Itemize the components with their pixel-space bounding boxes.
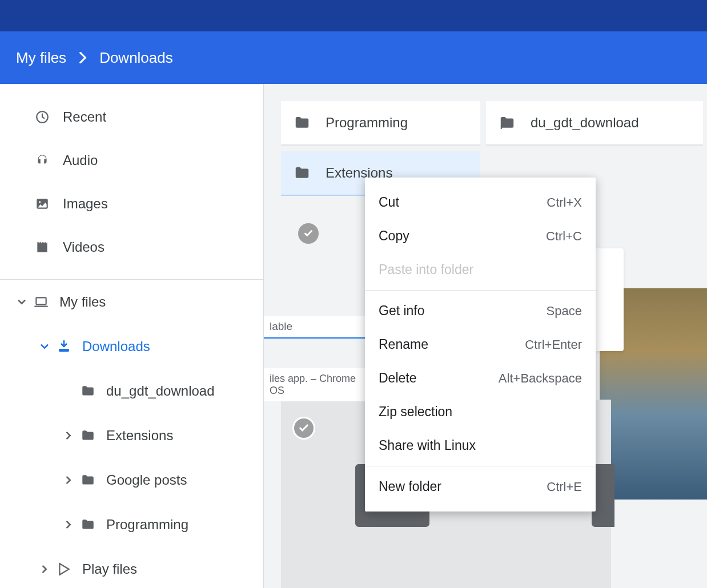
- chevron-down-icon[interactable]: [33, 342, 56, 351]
- tree-item-label: Programming: [106, 517, 188, 533]
- menu-item-share-with-linux[interactable]: Share with Linux: [365, 429, 596, 462]
- menu-item-label: New folder: [379, 479, 441, 494]
- sidebar-item-images[interactable]: Images: [0, 182, 263, 225]
- menu-item-copy[interactable]: Copy Ctrl+C: [365, 219, 596, 253]
- partial-text: lable: [264, 316, 367, 339]
- folder-tile-label: Programming: [326, 115, 408, 131]
- folder-tile-label: du_gdt_download: [531, 115, 639, 131]
- breadcrumb-current[interactable]: Downloads: [99, 49, 173, 67]
- menu-item-cut[interactable]: Cut Ctrl+X: [365, 186, 596, 219]
- menu-item-get-info[interactable]: Get info Space: [365, 294, 596, 328]
- images-icon: [34, 196, 50, 212]
- laptop-icon: [33, 294, 49, 310]
- tree-item-extensions[interactable]: Extensions: [0, 413, 263, 458]
- menu-item-new-folder[interactable]: New folder Ctrl+E: [365, 470, 596, 504]
- menu-item-label: Cut: [379, 195, 399, 210]
- sidebar-item-videos[interactable]: Videos: [0, 225, 263, 269]
- tree-item-label: Extensions: [106, 428, 173, 444]
- window-titlebar: [0, 0, 707, 31]
- menu-item-label: Copy: [379, 228, 409, 244]
- tree-item-label: Downloads: [82, 339, 150, 355]
- svg-rect-3: [36, 297, 46, 304]
- chevron-right-icon[interactable]: [57, 476, 80, 485]
- tree-item-google-posts[interactable]: Google posts: [0, 458, 263, 502]
- sidebar-item-label: Audio: [63, 152, 98, 168]
- overlay-panel: [594, 248, 624, 351]
- menu-item-shortcut: Alt+Backspace: [499, 371, 582, 386]
- tree-item-my-files[interactable]: My files: [0, 280, 263, 324]
- tree-item-label: du_gdt_download: [106, 383, 215, 399]
- folder-icon: [80, 428, 96, 444]
- folder-icon: [294, 114, 311, 131]
- tree-item-label: Play files: [82, 561, 137, 577]
- folder-icon: [499, 114, 516, 131]
- content-area: ≡ Programming du_gd: [264, 84, 707, 588]
- folder-icon: [80, 517, 96, 533]
- tree-item-play-files[interactable]: Play files: [0, 547, 263, 588]
- sidebar-item-recent[interactable]: Recent: [0, 95, 263, 139]
- menu-item-label: Paste into folder: [379, 262, 473, 277]
- download-icon: [56, 339, 72, 355]
- tree-item-label: Google posts: [106, 472, 187, 488]
- chevron-down-icon[interactable]: [10, 297, 33, 307]
- menu-item-label: Delete: [379, 370, 416, 386]
- sidebar-item-label: Recent: [63, 109, 106, 125]
- menu-item-delete[interactable]: Delete Alt+Backspace: [365, 361, 596, 395]
- partial-text: iles app. – Chrome OS: [264, 368, 367, 401]
- menu-item-shortcut: Ctrl+X: [547, 195, 582, 210]
- tree-item-downloads[interactable]: Downloads: [0, 324, 263, 369]
- tree-item-label: My files: [59, 294, 106, 310]
- audio-icon: [34, 152, 50, 168]
- sidebar-item-audio[interactable]: Audio: [0, 139, 263, 182]
- sidebar: Recent Audio Images Videos: [0, 84, 264, 588]
- menu-separator: [365, 466, 596, 466]
- menu-separator: [365, 290, 596, 291]
- folder-tile-programming[interactable]: Programming: [281, 101, 480, 146]
- clock-icon: [34, 109, 50, 125]
- folder-icon: [294, 164, 311, 182]
- menu-item-shortcut: Ctrl+C: [546, 229, 582, 244]
- folder-tile-du-gdt-download[interactable]: du_gdt_download: [486, 101, 703, 146]
- tree-item-du-gdt-download[interactable]: du_gdt_download: [0, 369, 263, 413]
- menu-item-shortcut: Space: [547, 304, 582, 319]
- menu-item-label: Share with Linux: [379, 438, 476, 453]
- folder-icon: [80, 383, 96, 399]
- play-store-icon: [56, 561, 72, 577]
- menu-item-label: Get info: [379, 303, 425, 319]
- menu-item-label: Rename: [379, 337, 428, 352]
- svg-point-2: [39, 201, 41, 203]
- menu-item-zip-selection[interactable]: Zip selection: [365, 395, 596, 429]
- chevron-right-icon: [79, 52, 87, 63]
- checkmark-badge-icon: [298, 223, 319, 244]
- breadcrumb: My files Downloads: [0, 31, 707, 84]
- menu-item-shortcut: Ctrl+Enter: [525, 337, 582, 352]
- menu-item-shortcut: Ctrl+E: [547, 480, 582, 494]
- sidebar-item-label: Videos: [63, 239, 105, 255]
- menu-item-paste-into-folder: Paste into folder: [365, 253, 596, 287]
- breadcrumb-root[interactable]: My files: [16, 49, 66, 67]
- partial-obscured-content: lable iles app. – Chrome OS: [264, 316, 367, 401]
- chevron-right-icon[interactable]: [57, 431, 80, 440]
- folder-icon: [80, 472, 96, 488]
- context-menu: Cut Ctrl+X Copy Ctrl+C Paste into folder…: [365, 178, 596, 512]
- chevron-right-icon[interactable]: [33, 565, 56, 574]
- sidebar-item-label: Images: [63, 196, 108, 212]
- videos-icon: [34, 239, 50, 255]
- chevron-right-icon[interactable]: [57, 520, 80, 529]
- menu-item-label: Zip selection: [379, 404, 452, 420]
- checkmark-badge-icon: [292, 417, 315, 440]
- menu-item-rename[interactable]: Rename Ctrl+Enter: [365, 328, 596, 361]
- tree-item-programming[interactable]: Programming: [0, 502, 263, 547]
